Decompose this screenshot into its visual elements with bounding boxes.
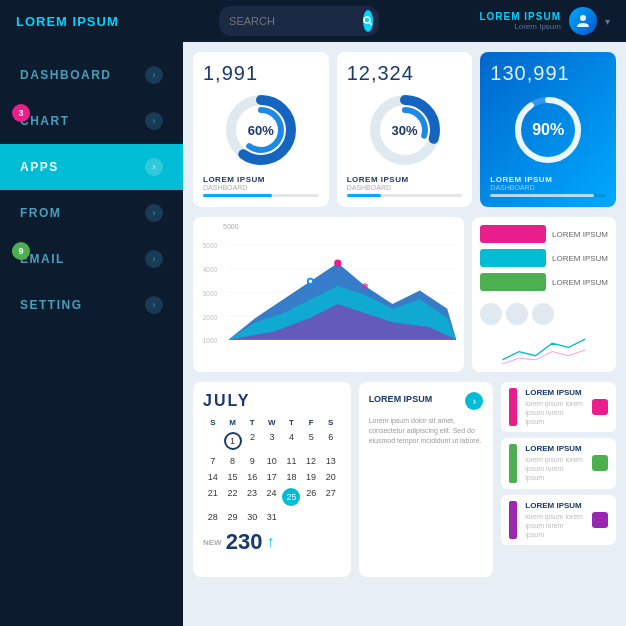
- cal-new-row: NEW 230 ↑: [203, 529, 341, 555]
- svg-text:5000: 5000: [203, 242, 218, 249]
- stat-bar-3: [490, 194, 606, 197]
- chart-y-5000: 5000: [223, 223, 239, 230]
- search-bar[interactable]: [219, 6, 379, 36]
- cal-cell-29[interactable]: 29: [223, 509, 243, 525]
- sidebar-item-chart[interactable]: 3 CHART ›: [0, 98, 183, 144]
- donut-3: 90%: [508, 90, 588, 170]
- legend-bar-3: [480, 273, 546, 291]
- cal-cell-30[interactable]: 30: [242, 509, 262, 525]
- cal-cell-26[interactable]: 26: [301, 485, 321, 509]
- cal-cell-5[interactable]: 5: [301, 429, 321, 453]
- legend-icon-1: [480, 303, 502, 325]
- stat-bar-1: [203, 194, 319, 197]
- cal-cell-2[interactable]: 2: [243, 429, 263, 453]
- search-icon: [363, 16, 373, 26]
- sidebar-label-from: FROM: [20, 206, 61, 220]
- cal-week-2: 7 8 9 10 11 12 13: [203, 453, 341, 469]
- cal-week-4: 21 22 23 24 25 26 27: [203, 485, 341, 509]
- cal-cell-23[interactable]: 23: [242, 485, 262, 509]
- info-text: Lorem ipsum dolor sit amet, consectetur …: [369, 416, 484, 445]
- avatar[interactable]: [569, 7, 597, 35]
- side-card-color-1: [509, 388, 517, 426]
- sidebar-arrow-from: ›: [145, 204, 163, 222]
- sidebar-item-apps[interactable]: APPS ›: [0, 144, 183, 190]
- legend-text-2: LOREM IPSUM: [552, 254, 608, 263]
- svg-text:1000: 1000: [203, 337, 218, 344]
- cal-cell-19[interactable]: 19: [301, 469, 321, 485]
- cal-cell-6[interactable]: 6: [321, 429, 341, 453]
- calendar-header: S M T W T F S: [203, 416, 341, 429]
- info-next-button[interactable]: ›: [465, 392, 483, 410]
- sidebar-item-dashboard[interactable]: DASHBOARD ›: [0, 52, 183, 98]
- side-card-dot-1: [592, 399, 608, 415]
- cal-week-5: 28 29 30 31: [203, 509, 341, 525]
- cal-header-w: W: [262, 416, 282, 429]
- cal-cell-13[interactable]: 13: [321, 453, 341, 469]
- info-header-row: LOREM IPSUM ›: [369, 392, 484, 410]
- cal-header-t1: T: [242, 416, 262, 429]
- cal-cell-21[interactable]: 21: [203, 485, 223, 509]
- cal-cell-9[interactable]: 9: [242, 453, 262, 469]
- cal-cell-8[interactable]: 8: [223, 453, 243, 469]
- stat-title-2: LOREM IPSUM: [347, 175, 409, 184]
- side-card-content-1: LOREM IPSUM lorem ipsum lorem ipsum lore…: [525, 388, 584, 426]
- cal-cell-12[interactable]: 12: [301, 453, 321, 469]
- side-card-title-1: LOREM IPSUM: [525, 388, 584, 397]
- sidebar-item-email[interactable]: 9 EMAIL ›: [0, 236, 183, 282]
- sidebar-arrow-apps: ›: [145, 158, 163, 176]
- cal-cell-7[interactable]: 7: [203, 453, 223, 469]
- cal-header-m: M: [223, 416, 243, 429]
- sidebar-item-setting[interactable]: SETTING ›: [0, 282, 183, 328]
- cal-cell-16[interactable]: 16: [242, 469, 262, 485]
- chevron-down-icon[interactable]: ▾: [605, 16, 610, 27]
- cal-cell-18[interactable]: 18: [282, 469, 302, 485]
- cal-cell-blank2: [282, 509, 302, 525]
- cal-cell-4[interactable]: 4: [282, 429, 302, 453]
- cal-cell-14[interactable]: 14: [203, 469, 223, 485]
- donut-2: 30%: [365, 90, 445, 170]
- logo: LOREM IPSUM: [16, 14, 119, 29]
- search-button[interactable]: [363, 10, 373, 32]
- legend-item-2: LOREM IPSUM: [480, 249, 608, 267]
- cal-cell-31[interactable]: 31: [262, 509, 282, 525]
- side-card-dot-3: [592, 512, 608, 528]
- cal-header-s2: S: [321, 416, 341, 429]
- sidebar-arrow-email: ›: [145, 250, 163, 268]
- cal-cell-22[interactable]: 22: [223, 485, 243, 509]
- cal-cell-20[interactable]: 20: [321, 469, 341, 485]
- cal-cell-3[interactable]: 3: [262, 429, 282, 453]
- svg-point-0: [364, 17, 370, 23]
- sidebar-item-from[interactable]: FROM ›: [0, 190, 183, 236]
- legend-item-1: LOREM IPSUM: [480, 225, 608, 243]
- stat-number-3: 130,991: [490, 62, 569, 85]
- search-input[interactable]: [229, 15, 359, 27]
- main-layout: DASHBOARD › 3 CHART › APPS › FROM › 9 EM…: [0, 42, 626, 626]
- side-card-2: LOREM IPSUM lorem ipsum lorem ipsum lore…: [501, 438, 616, 488]
- cal-cell-17[interactable]: 17: [262, 469, 282, 485]
- cal-cell-27[interactable]: 27: [321, 485, 341, 509]
- cal-cell-24[interactable]: 24: [262, 485, 282, 509]
- cal-cell-blank3: [301, 509, 321, 525]
- legend-card: LOREM IPSUM LOREM IPSUM LOREM IPSUM: [472, 217, 616, 372]
- cal-cell-28[interactable]: 28: [203, 509, 223, 525]
- side-card-text-3: lorem ipsum lorem ipsum lorem ipsum: [525, 512, 584, 539]
- stat-number-2: 12,324: [347, 62, 414, 85]
- side-card-text-2: lorem ipsum lorem ipsum lorem ipsum: [525, 455, 584, 482]
- side-card-dot-2: [592, 455, 608, 471]
- cal-header-s: S: [203, 416, 223, 429]
- stat-bar-2: [347, 194, 463, 197]
- cal-cell-25[interactable]: 25: [281, 485, 301, 509]
- sidebar: DASHBOARD › 3 CHART › APPS › FROM › 9 EM…: [0, 42, 183, 626]
- legend-icon-row: [480, 303, 608, 325]
- cal-cell-11[interactable]: 11: [282, 453, 302, 469]
- legend-icon-3: [532, 303, 554, 325]
- side-card-1: LOREM IPSUM lorem ipsum lorem ipsum lore…: [501, 382, 616, 432]
- cal-cell-1[interactable]: 1: [223, 429, 243, 453]
- stat-sub-2: DASHBOARD: [347, 184, 391, 191]
- cal-cell-15[interactable]: 15: [223, 469, 243, 485]
- info-title: LOREM IPSUM: [369, 394, 433, 404]
- cal-cell-10[interactable]: 10: [262, 453, 282, 469]
- highlight-circle: 25: [282, 488, 300, 506]
- sidebar-arrow-dashboard: ›: [145, 66, 163, 84]
- sidebar-label-apps: APPS: [20, 160, 59, 174]
